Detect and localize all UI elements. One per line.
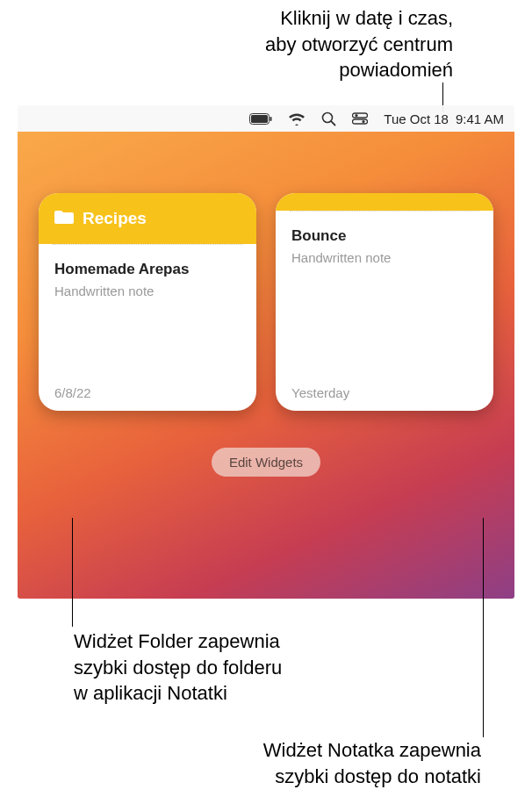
svg-rect-2: [270, 117, 272, 121]
annotation-right: Widżet Notatka zapewnia szybki dostęp do…: [112, 737, 481, 789]
widgets-row: Recipes Homemade Arepas Handwritten note…: [18, 193, 514, 411]
menubar-date: Tue Oct 18: [384, 111, 449, 126]
screenshot-frame: Tue Oct 18 9:41 AM Recipes Homemade Arep…: [18, 105, 514, 599]
notes-note-widget[interactable]: Bounce Handwritten note Yesterday: [276, 193, 493, 411]
note-title: Bounce: [291, 227, 478, 245]
note-subtitle: Handwritten note: [54, 284, 241, 298]
folder-icon: [54, 209, 74, 228]
annotation-top: Kliknij w datę i czas, aby otworzyć cent…: [119, 5, 453, 83]
note-date: 6/8/22: [54, 385, 241, 400]
control-center-icon[interactable]: [352, 112, 368, 125]
menubar-datetime[interactable]: Tue Oct 18 9:41 AM: [384, 111, 504, 126]
callout-line-right: [483, 518, 484, 737]
widget-folder-title: Recipes: [83, 209, 147, 228]
svg-rect-7: [353, 119, 368, 124]
widget-header: [276, 193, 493, 211]
spotlight-icon[interactable]: [321, 111, 336, 126]
menubar-time: 9:41 AM: [456, 111, 504, 126]
edit-widgets-button[interactable]: Edit Widgets: [212, 448, 320, 477]
notes-folder-widget[interactable]: Recipes Homemade Arepas Handwritten note…: [39, 193, 256, 411]
edit-widgets-label: Edit Widgets: [229, 455, 303, 470]
wifi-icon: [288, 112, 306, 126]
note-subtitle: Handwritten note: [291, 250, 478, 265]
widget-body: Bounce Handwritten note Yesterday: [276, 212, 493, 411]
desktop: Recipes Homemade Arepas Handwritten note…: [18, 132, 514, 599]
svg-line-4: [331, 121, 334, 125]
svg-point-6: [356, 114, 358, 117]
svg-rect-5: [353, 113, 368, 118]
widget-tab-bar: [276, 193, 493, 211]
note-title: Homemade Arepas: [54, 261, 241, 278]
battery-icon: [249, 113, 272, 125]
widget-body: Homemade Arepas Handwritten note 6/8/22: [39, 245, 256, 411]
svg-rect-1: [251, 115, 268, 123]
menubar: Tue Oct 18 9:41 AM: [18, 105, 514, 132]
annotation-left: Widżet Folder zapewnia szybki dostęp do …: [74, 628, 390, 707]
callout-line-left: [72, 518, 73, 627]
note-date: Yesterday: [291, 385, 478, 400]
widget-header: Recipes: [39, 193, 256, 244]
svg-point-8: [363, 120, 365, 123]
